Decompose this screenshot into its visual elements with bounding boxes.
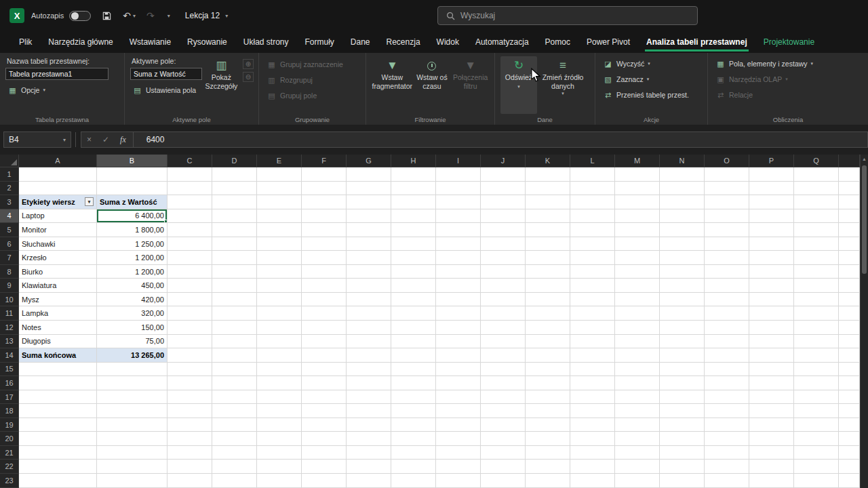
cell-I8[interactable] xyxy=(436,265,481,279)
cell-P22[interactable] xyxy=(749,460,794,474)
cell-partial-22[interactable] xyxy=(839,460,860,474)
row-header-12[interactable]: 12 xyxy=(0,321,19,335)
cell-H4[interactable] xyxy=(391,209,436,224)
cell-G1[interactable] xyxy=(347,167,391,182)
cell-J16[interactable] xyxy=(481,376,526,390)
cell-D19[interactable] xyxy=(212,418,257,432)
cell-O13[interactable] xyxy=(705,335,749,349)
olap-tools-button[interactable]: ▣ Narzędzia OLAP ▾ xyxy=(713,73,863,85)
cell-A1[interactable] xyxy=(19,167,97,182)
cell-F12[interactable] xyxy=(302,321,347,335)
cell-I13[interactable] xyxy=(436,335,481,349)
cell-A10[interactable]: Mysz xyxy=(19,293,97,307)
cell-H2[interactable] xyxy=(391,182,436,196)
cell-H15[interactable] xyxy=(391,363,436,377)
cell-O3[interactable] xyxy=(705,195,749,209)
row-header-18[interactable]: 18 xyxy=(0,404,19,418)
cell-M23[interactable] xyxy=(615,474,660,488)
cell-P11[interactable] xyxy=(749,306,794,321)
cell-B20[interactable] xyxy=(97,432,167,446)
column-header-A[interactable]: A xyxy=(19,155,97,167)
cell-J13[interactable] xyxy=(481,335,526,349)
cell-J7[interactable] xyxy=(481,251,526,265)
row-header-3[interactable]: 3 xyxy=(0,195,19,209)
clear-button[interactable]: ◪ Wyczyść ▾ xyxy=(601,58,703,70)
cell-partial-12[interactable] xyxy=(839,321,860,335)
cell-O8[interactable] xyxy=(705,265,749,279)
cell-O19[interactable] xyxy=(705,418,749,432)
cell-H7[interactable] xyxy=(391,251,436,265)
cell-E3[interactable] xyxy=(257,195,302,209)
cell-B8[interactable]: 1 200,00 xyxy=(97,265,167,279)
cell-O20[interactable] xyxy=(705,432,749,446)
cell-F10[interactable] xyxy=(302,293,347,307)
cell-C17[interactable] xyxy=(167,390,212,405)
cell-E16[interactable] xyxy=(257,376,302,390)
column-header-H[interactable]: H xyxy=(391,155,436,167)
column-header-E[interactable]: E xyxy=(257,155,302,167)
cell-G3[interactable] xyxy=(347,195,391,209)
select-all-button[interactable] xyxy=(0,155,19,167)
cell-B6[interactable]: 1 250,00 xyxy=(97,237,167,251)
column-header-G[interactable]: G xyxy=(347,155,391,167)
cell-M16[interactable] xyxy=(615,376,660,390)
tab-układ-strony[interactable]: Układ strony xyxy=(235,31,297,53)
ungroup-button[interactable]: ▥ Rozgrupuj xyxy=(264,74,361,86)
group-field-button[interactable]: ▤ Grupuj pole xyxy=(264,89,361,102)
cell-partial-7[interactable] xyxy=(839,251,860,265)
cell-D21[interactable] xyxy=(212,446,257,460)
cell-P6[interactable] xyxy=(749,237,794,251)
cell-D15[interactable] xyxy=(212,363,257,377)
collapse-field-button[interactable]: ⊖ xyxy=(243,72,254,82)
cell-E1[interactable] xyxy=(257,167,302,182)
cell-H20[interactable] xyxy=(391,432,436,446)
cell-H21[interactable] xyxy=(391,446,436,460)
cell-Q8[interactable] xyxy=(794,265,839,279)
cell-N6[interactable] xyxy=(660,237,705,251)
cell-D2[interactable] xyxy=(212,182,257,196)
cell-I22[interactable] xyxy=(436,460,481,474)
cell-N20[interactable] xyxy=(660,432,705,446)
cell-H6[interactable] xyxy=(391,237,436,251)
cell-I18[interactable] xyxy=(436,404,481,418)
cell-I21[interactable] xyxy=(436,446,481,460)
cell-B18[interactable] xyxy=(97,404,167,418)
tab-dane[interactable]: Dane xyxy=(342,31,378,53)
cell-D13[interactable] xyxy=(212,335,257,349)
row-header-20[interactable]: 20 xyxy=(0,432,19,446)
cell-M11[interactable] xyxy=(615,306,660,321)
cell-G2[interactable] xyxy=(347,182,391,196)
cell-I19[interactable] xyxy=(436,418,481,432)
cell-C13[interactable] xyxy=(167,335,212,349)
cell-G7[interactable] xyxy=(347,251,391,265)
tab-power-pivot[interactable]: Power Pivot xyxy=(578,31,638,53)
cell-P23[interactable] xyxy=(749,474,794,488)
cell-M18[interactable] xyxy=(615,404,660,418)
cell-J6[interactable] xyxy=(481,237,526,251)
cell-partial-6[interactable] xyxy=(839,237,860,251)
row-header-19[interactable]: 19 xyxy=(0,418,19,432)
cell-partial-23[interactable] xyxy=(839,474,860,488)
cell-K1[interactable] xyxy=(526,167,570,182)
cell-L15[interactable] xyxy=(570,363,615,377)
cell-E15[interactable] xyxy=(257,363,302,377)
cell-K5[interactable] xyxy=(526,223,570,237)
cell-G12[interactable] xyxy=(347,321,391,335)
cell-Q9[interactable] xyxy=(794,279,839,293)
cell-F7[interactable] xyxy=(302,251,347,265)
column-header-L[interactable]: L xyxy=(570,155,615,167)
cell-F21[interactable] xyxy=(302,446,347,460)
cell-F1[interactable] xyxy=(302,167,347,182)
change-data-source-button[interactable]: ≡ Zmień źródło danych ▾ xyxy=(541,56,585,114)
cell-L19[interactable] xyxy=(570,418,615,432)
cell-E4[interactable] xyxy=(257,209,302,224)
cell-F23[interactable] xyxy=(302,474,347,488)
cell-M2[interactable] xyxy=(615,182,660,196)
cell-P21[interactable] xyxy=(749,446,794,460)
cell-L3[interactable] xyxy=(570,195,615,209)
column-header-D[interactable]: D xyxy=(212,155,257,167)
cell-N9[interactable] xyxy=(660,279,705,293)
cell-I23[interactable] xyxy=(436,474,481,488)
cell-F8[interactable] xyxy=(302,265,347,279)
row-header-16[interactable]: 16 xyxy=(0,376,19,390)
